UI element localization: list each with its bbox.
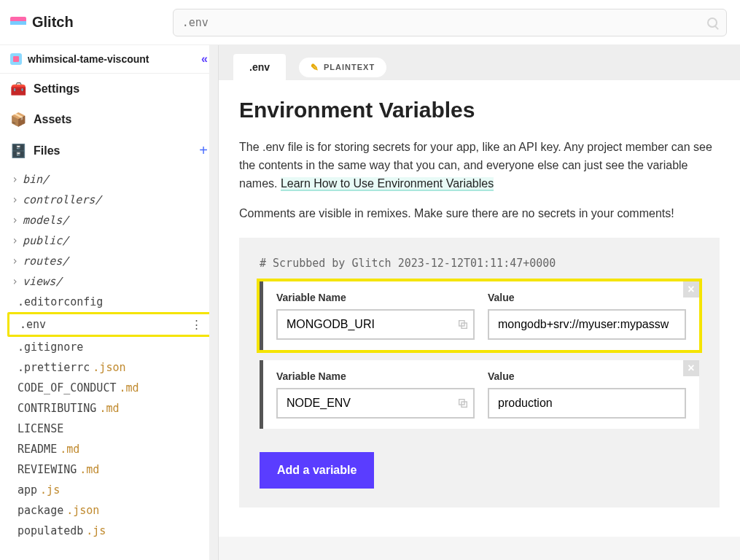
brand-name: Glitch — [32, 14, 74, 31]
tree-file[interactable]: .editorconfig — [7, 292, 212, 312]
env-comment: # Scrubbed by Glitch 2023-12-12T01:11:47… — [260, 257, 699, 270]
tree-file[interactable]: app.js — [7, 480, 212, 500]
pencil-icon: ✎ — [311, 62, 319, 73]
tree-folder[interactable]: public/ — [7, 230, 212, 251]
sidebar-section-files[interactable]: 🗄️ Files + — [0, 135, 218, 166]
tree-file[interactable]: package.json — [7, 500, 212, 521]
remove-variable-icon[interactable]: × — [683, 360, 699, 376]
copy-icon[interactable] — [457, 397, 469, 409]
variable-value-input[interactable] — [488, 309, 686, 340]
sidebar-section-assets[interactable]: 📦 Assets — [0, 104, 218, 135]
env-variable-row: ×Variable NameValue — [260, 281, 699, 350]
tree-file[interactable]: .prettierrc.json — [7, 357, 212, 378]
tab-bar: .env ✎ PLAINTEXT — [219, 45, 740, 80]
variable-value-input[interactable] — [488, 388, 686, 419]
comments-note: Comments are visible in remixes. Make su… — [239, 207, 720, 220]
tree-folder[interactable]: routes/ — [7, 251, 212, 271]
assets-label: Assets — [34, 113, 71, 126]
project-badge-icon — [10, 53, 22, 65]
topbar: Glitch — [0, 0, 740, 45]
tree-file[interactable]: CODE_OF_CONDUCT.md — [7, 378, 212, 398]
tree-folder[interactable]: controllers/ — [7, 190, 212, 210]
main-panel: .env ✎ PLAINTEXT Environment Variables T… — [219, 45, 740, 560]
tree-file[interactable]: populatedb.js — [7, 521, 212, 541]
files-icon: 🗄️ — [10, 143, 26, 159]
add-file-icon[interactable]: + — [199, 142, 208, 159]
variable-value-label: Value — [488, 292, 686, 303]
tree-folder[interactable]: views/ — [7, 271, 212, 292]
variable-name-label: Variable Name — [276, 292, 475, 303]
files-label: Files — [34, 144, 60, 158]
sidebar-section-settings[interactable]: 🧰 Settings — [0, 74, 218, 104]
glitch-logo-icon — [10, 17, 26, 28]
project-name: whimsical-tame-viscount — [28, 53, 149, 65]
brand-logo[interactable]: Glitch — [10, 14, 74, 31]
env-editor: # Scrubbed by Glitch 2023-12-12T01:11:47… — [239, 238, 720, 508]
variable-value-label: Value — [488, 370, 686, 382]
tab-label: .env — [249, 61, 270, 73]
tree-file[interactable]: CONTRIBUTING.md — [7, 398, 212, 419]
file-menu-icon[interactable]: ⋮ — [191, 318, 206, 331]
tab-env[interactable]: .env — [233, 54, 286, 80]
content-area: Environment Variables The .env file is f… — [219, 80, 740, 537]
settings-label: Settings — [34, 82, 79, 96]
env-variable-row: ×Variable NameValue — [260, 360, 699, 429]
tree-folder[interactable]: models/ — [7, 210, 212, 230]
learn-env-link[interactable]: Learn How to Use Environment Variables — [281, 177, 494, 191]
sidebar: whimsical-tame-viscount « 🧰 Settings 📦 A… — [0, 45, 219, 560]
variable-name-input[interactable] — [276, 388, 475, 419]
project-header[interactable]: whimsical-tame-viscount « — [0, 45, 218, 74]
tree-file[interactable]: REVIEWING.md — [7, 459, 212, 480]
tree-folder[interactable]: bin/ — [7, 169, 212, 190]
collapse-sidebar-icon[interactable]: « — [201, 52, 208, 66]
add-variable-button[interactable]: Add a variable — [260, 452, 374, 489]
file-mode-label: PLAINTEXT — [324, 63, 375, 71]
variable-name-input[interactable] — [276, 309, 475, 340]
page-description: The .env file is for storing secrets for… — [239, 139, 720, 192]
file-mode-pill[interactable]: ✎ PLAINTEXT — [299, 58, 386, 77]
search-box[interactable] — [173, 9, 727, 36]
copy-icon[interactable] — [457, 319, 469, 330]
tree-file[interactable]: .env⋮ — [7, 312, 212, 337]
variable-name-label: Variable Name — [276, 370, 475, 382]
file-tree: bin/controllers/models/public/routes/vie… — [0, 166, 218, 560]
settings-icon: 🧰 — [10, 81, 26, 97]
tree-file[interactable]: LICENSE — [7, 419, 212, 439]
scrollbar[interactable] — [209, 45, 218, 560]
search-input[interactable] — [182, 16, 707, 29]
search-icon[interactable] — [707, 18, 717, 28]
page-title: Environment Variables — [239, 98, 720, 122]
tree-file[interactable]: README.md — [7, 439, 212, 459]
tree-file[interactable]: .gitignore — [7, 337, 212, 357]
assets-icon: 📦 — [10, 112, 26, 128]
remove-variable-icon[interactable]: × — [683, 281, 699, 298]
